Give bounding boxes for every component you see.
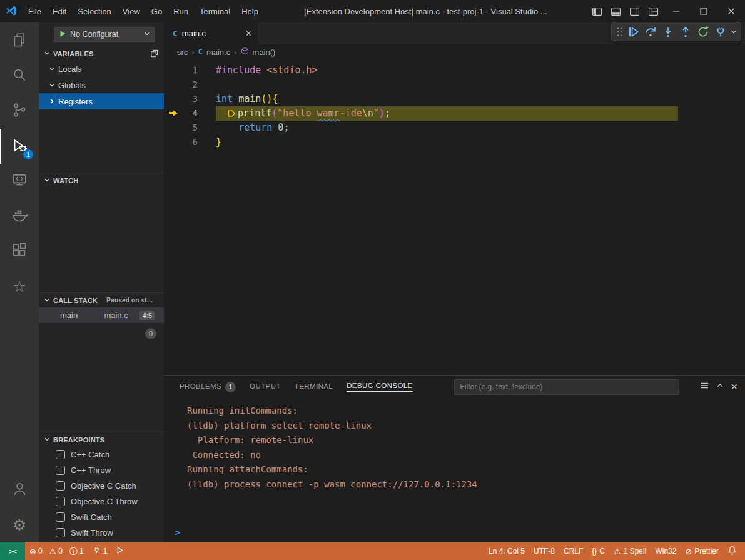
platform-status[interactable]: Win32 bbox=[651, 542, 681, 560]
variables-item-locals[interactable]: Locals bbox=[39, 61, 164, 77]
continue-button[interactable] bbox=[624, 23, 642, 40]
code-line[interactable]: 6 } bbox=[164, 135, 745, 149]
call-stack-header[interactable]: CALL STACK Paused on st... bbox=[39, 293, 164, 308]
minimize-button[interactable] bbox=[662, 0, 690, 22]
editor-gutter[interactable]: 4 bbox=[164, 106, 216, 121]
code-text[interactable] bbox=[216, 78, 745, 92]
problems-status[interactable]: ⊗ 0 ⚠ 0 ⓘ 1 bbox=[25, 542, 88, 560]
breakpoint-checkbox[interactable] bbox=[56, 450, 65, 459]
maximize-button[interactable] bbox=[690, 0, 717, 22]
code-text[interactable]: int main(){ bbox=[216, 92, 745, 106]
editor-gutter[interactable]: 3 bbox=[164, 92, 216, 106]
close-panel-icon[interactable]: × bbox=[731, 381, 737, 392]
breakpoint-row[interactable]: Swift Throw bbox=[39, 525, 164, 541]
step-into-button[interactable] bbox=[659, 23, 677, 40]
step-over-button[interactable] bbox=[642, 23, 659, 40]
menu-selection[interactable]: Selection bbox=[72, 0, 116, 22]
account-button[interactable] bbox=[0, 472, 39, 508]
formatter-status[interactable]: ⊘ Prettier bbox=[681, 542, 723, 560]
settings-button[interactable]: ⚙ bbox=[0, 508, 39, 542]
drag-handle-icon[interactable] bbox=[614, 24, 624, 39]
code-text[interactable]: #include <stdio.h> bbox=[216, 63, 745, 78]
start-debug-icon[interactable] bbox=[59, 30, 66, 39]
ports-status[interactable]: 1 bbox=[88, 542, 112, 560]
menu-run[interactable]: Run bbox=[168, 0, 194, 22]
maximize-panel-icon[interactable] bbox=[716, 381, 724, 392]
language-mode[interactable]: {} C bbox=[587, 542, 609, 560]
menu-file[interactable]: File bbox=[23, 0, 47, 22]
line-number[interactable]: 4 bbox=[193, 106, 198, 121]
menu-terminal[interactable]: Terminal bbox=[194, 0, 236, 22]
breakpoint-row[interactable]: C++ Throw bbox=[39, 462, 164, 478]
restart-button[interactable] bbox=[694, 23, 712, 40]
code-text[interactable]: printf("hello wamr-ide\n"); bbox=[216, 106, 678, 121]
breadcrumb-folder[interactable]: src bbox=[177, 48, 188, 57]
sidebar-item-favorites[interactable]: ☆ bbox=[0, 269, 39, 304]
toggle-secondary-sidebar-button[interactable] bbox=[625, 0, 644, 22]
sidebar-item-docker[interactable] bbox=[0, 199, 39, 234]
breakpoint-row[interactable]: C++ Catch bbox=[39, 447, 164, 462]
code-line[interactable]: 3 int main(){ bbox=[164, 92, 745, 106]
cursor-position[interactable]: Ln 4, Col 5 bbox=[484, 542, 529, 560]
line-number[interactable]: 6 bbox=[193, 135, 198, 149]
code-text[interactable]: } bbox=[216, 135, 745, 149]
sidebar-item-run-debug[interactable]: 1 bbox=[0, 129, 39, 164]
stack-frame-row[interactable]: main main.c 4:5 bbox=[39, 308, 164, 323]
line-number[interactable]: 1 bbox=[193, 63, 198, 78]
breakpoint-row[interactable]: Objective C Throw bbox=[39, 494, 164, 509]
remote-indicator[interactable]: >< bbox=[0, 542, 25, 560]
breakpoint-checkbox[interactable] bbox=[56, 528, 65, 538]
variables-item-globals[interactable]: Globals bbox=[39, 77, 164, 93]
tab-debug-console[interactable]: DEBUG CONSOLE bbox=[347, 376, 413, 398]
sidebar-item-explorer[interactable] bbox=[0, 24, 39, 59]
inline-breakpoint-icon[interactable] bbox=[228, 108, 236, 122]
tab-output[interactable]: OUTPUT bbox=[250, 376, 281, 398]
console-options-icon[interactable] bbox=[699, 381, 709, 393]
debug-status[interactable] bbox=[111, 542, 128, 560]
breadcrumb-symbol[interactable]: main() bbox=[253, 48, 276, 57]
breakpoint-row[interactable]: Objective C Catch bbox=[39, 478, 164, 494]
toggle-sidebar-button[interactable] bbox=[587, 0, 606, 22]
breakpoints-header[interactable]: BREAKPOINTS bbox=[39, 432, 164, 447]
debug-console-output[interactable]: Running initCommands: (lldb) platform se… bbox=[164, 398, 745, 542]
variables-header[interactable]: VARIABLES bbox=[39, 46, 164, 61]
copy-icon[interactable] bbox=[150, 49, 159, 58]
watch-header[interactable]: WATCH bbox=[39, 173, 164, 188]
menu-view[interactable]: View bbox=[117, 0, 146, 22]
encoding-status[interactable]: UTF-8 bbox=[529, 542, 559, 560]
line-number[interactable]: 3 bbox=[193, 92, 198, 106]
breakpoint-checkbox[interactable] bbox=[56, 497, 65, 506]
code-line[interactable]: 2 bbox=[164, 78, 745, 92]
toggle-panel-button[interactable] bbox=[606, 0, 625, 22]
editor-gutter[interactable]: 5 bbox=[164, 121, 216, 135]
editor-gutter[interactable]: 6 bbox=[164, 135, 216, 149]
sidebar-item-source-control[interactable] bbox=[0, 94, 39, 129]
breadcrumb-file[interactable]: main.c bbox=[206, 48, 230, 57]
console-filter-input[interactable] bbox=[454, 379, 679, 395]
tab-problems[interactable]: PROBLEMS1 bbox=[180, 376, 236, 398]
breakpoint-checkbox[interactable] bbox=[56, 512, 65, 522]
breakpoint-checkbox[interactable] bbox=[56, 466, 65, 475]
step-out-button[interactable] bbox=[677, 23, 694, 40]
menu-edit[interactable]: Edit bbox=[47, 0, 72, 22]
console-input-prompt[interactable]: > bbox=[175, 528, 180, 538]
tab-main-c[interactable]: C main.c × bbox=[164, 22, 258, 44]
chevron-down-icon[interactable] bbox=[729, 29, 738, 35]
debug-config-dropdown[interactable]: No Configurat bbox=[54, 27, 155, 42]
code-line[interactable]: 1 #include <stdio.h> bbox=[164, 63, 745, 78]
code-line[interactable]: 5 return 0; bbox=[164, 121, 745, 135]
code-text[interactable]: return 0; bbox=[216, 121, 745, 135]
close-window-button[interactable] bbox=[717, 0, 745, 22]
editor-gutter[interactable]: 1 bbox=[164, 63, 216, 78]
breakpoint-checkbox[interactable] bbox=[56, 481, 65, 491]
variables-item-registers[interactable]: Registers bbox=[39, 93, 164, 109]
code-editor[interactable]: 1 #include <stdio.h> 2 3 int main(){ 4 p… bbox=[164, 59, 745, 375]
disconnect-button[interactable] bbox=[712, 23, 729, 40]
menu-go[interactable]: Go bbox=[146, 0, 168, 22]
breakpoint-row[interactable]: Swift Catch bbox=[39, 509, 164, 525]
code-line-current[interactable]: 4 printf("hello wamr-ide\n"); bbox=[164, 106, 745, 121]
sidebar-item-extensions[interactable] bbox=[0, 234, 39, 269]
line-number[interactable]: 5 bbox=[193, 121, 198, 135]
notifications-button[interactable] bbox=[723, 542, 741, 560]
spell-checker-status[interactable]: ⚠ 1 Spell bbox=[609, 542, 651, 560]
